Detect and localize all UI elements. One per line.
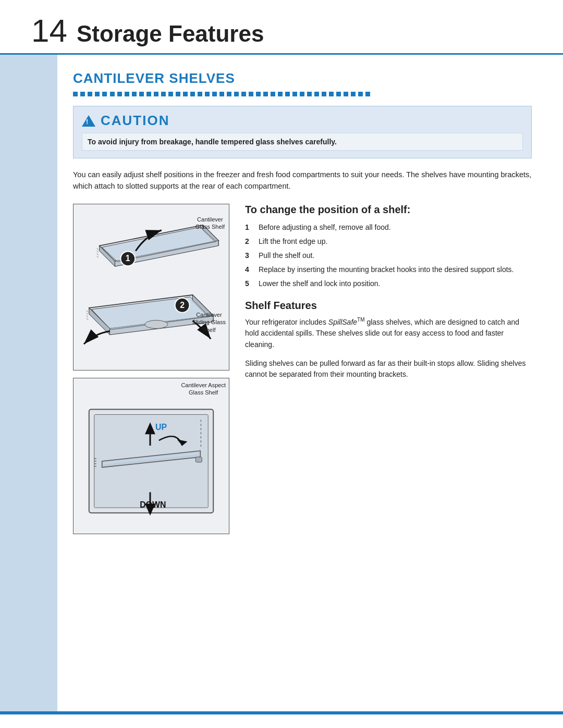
step-text-4: Replace by inserting the mounting bracke… [259,264,514,275]
top-diagram: 1 [73,204,229,371]
diagram-label-sliding-glass: CantileverSliding GlassShelf [192,311,226,334]
svg-text:2: 2 [180,301,185,310]
bottom-diagram-svg: UP DOWN [74,378,229,534]
svg-text:UP: UP [155,423,167,431]
step-num-4: 4 [245,264,253,275]
caution-text: To avoid injury from breakage, handle te… [82,133,523,151]
step-text-5: Lower the shelf and lock into position. [259,278,380,289]
page-header: 14 Storage Features [0,0,563,55]
diagram-label-glass-shelf: CantileverGlass Shelf [195,216,225,231]
caution-header: CAUTION [82,113,523,129]
change-position-title: To change the position of a shelf: [245,204,532,216]
diagram-label-aspect: Cantilever AspectGlass Shelf [181,381,226,397]
chapter-number: 14 [31,15,67,47]
step-num-5: 5 [245,278,253,289]
footer-line [0,711,563,714]
step-text-3: Pull the shelf out. [259,250,314,261]
step-4: 4 Replace by inserting the mounting brac… [245,264,532,275]
section-title: CANTILEVER SHELVES [73,70,532,87]
instructions-column: To change the position of a shelf: 1 Bef… [245,204,532,541]
step-num-1: 1 [245,222,253,233]
step-text-2: Lift the front edge up. [259,236,327,247]
step-num-2: 2 [245,236,253,247]
svg-text:1: 1 [126,254,130,263]
svg-text:DOWN: DOWN [140,500,166,509]
caution-label: CAUTION [101,113,169,129]
shelf-features-text2: Sliding shelves can be pulled forward as… [245,358,532,380]
bottom-diagram: UP DOWN Cantilever AspectGlass Shelf [73,378,229,534]
caution-triangle-icon [82,115,95,127]
svg-point-17 [145,320,168,329]
caution-box: CAUTION To avoid injury from breakage, h… [73,106,532,158]
step-2: 2 Lift the front edge up. [245,236,532,247]
diagram-column: 1 [73,204,229,541]
step-3: 3 Pull the shelf out. [245,250,532,261]
svg-rect-30 [195,457,202,462]
content-area: CANTILEVER SHELVES [0,55,563,711]
main-content: CANTILEVER SHELVES [57,55,563,711]
steps-list: 1 Before adjusting a shelf, remove all f… [245,222,532,289]
intro-paragraph: You can easily adjust shelf positions in… [73,169,532,192]
step-5: 5 Lower the shelf and lock into position… [245,278,532,289]
step-num-3: 3 [245,250,253,261]
step-1: 1 Before adjusting a shelf, remove all f… [245,222,532,233]
chapter-title: Storage Features [77,22,264,45]
shelf-features-text1: Your refrigerator includes SpillSafeTM g… [245,316,532,351]
left-sidebar [0,55,57,711]
two-column-layout: 1 [73,204,532,541]
dotted-divider [73,92,532,96]
step-text-1: Before adjusting a shelf, remove all foo… [259,222,391,233]
shelf-features-title: Shelf Features [245,300,532,312]
